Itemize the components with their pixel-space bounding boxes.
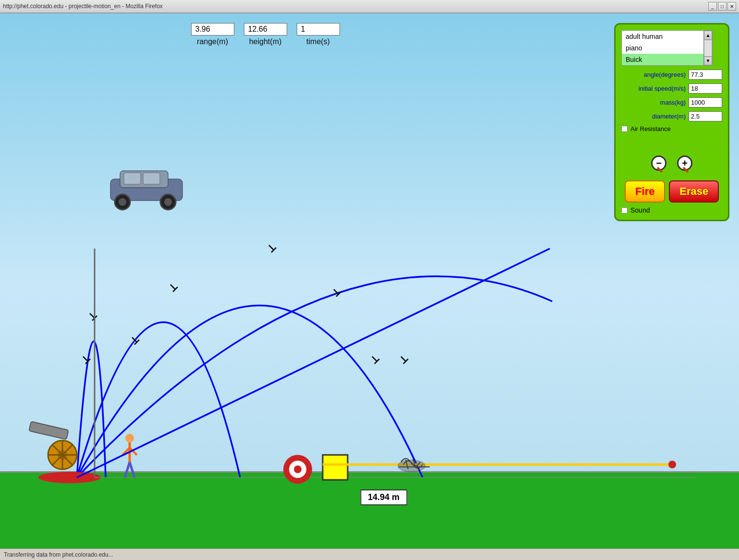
scroll-down-button[interactable]: ▼ (704, 57, 712, 66)
projectile-adult-human[interactable]: adult human (622, 31, 712, 42)
air-resistance-label: Air Resistance (630, 125, 671, 132)
time-input[interactable] (297, 23, 340, 36)
sound-checkbox[interactable] (621, 207, 628, 214)
minimize-button[interactable]: _ (708, 2, 717, 11)
diameter-label: diameter(m) (652, 113, 686, 120)
angle-input[interactable] (689, 70, 722, 80)
height-stat: height(m) (244, 23, 287, 46)
browser-chrome: http://phet.colorado.edu - projectile-mo… (0, 0, 739, 13)
speed-label: initial speed(m/s) (639, 85, 686, 92)
air-resistance-checkbox[interactable] (621, 126, 628, 132)
status-text: Transferring data from phet.colorado.edu… (4, 551, 113, 558)
status-bar: Transferring data from phet.colorado.edu… (0, 548, 739, 560)
zoom-out-icon: − (651, 155, 666, 171)
height-input[interactable] (244, 23, 287, 36)
zoom-in-button[interactable]: + (674, 153, 695, 174)
ground (0, 472, 739, 548)
mass-row: mass(kg) (621, 97, 722, 107)
speed-input[interactable] (689, 83, 722, 94)
mass-label: mass(kg) (660, 99, 686, 106)
projectile-selector: adult human piano Buick ▲ ▼ (621, 30, 713, 66)
height-label: height(m) (249, 37, 282, 46)
range-input[interactable] (191, 23, 234, 36)
browser-title: http://phet.colorado.edu - projectile-mo… (3, 3, 163, 10)
angle-label: angle(degrees) (644, 71, 686, 78)
angle-row: angle(degrees) (621, 70, 722, 80)
diameter-input[interactable] (689, 111, 722, 121)
mass-input[interactable] (689, 97, 722, 107)
air-resistance-row: Air Resistance (621, 125, 722, 132)
distance-label: 14.94 m (360, 489, 407, 505)
erase-button[interactable]: Erase (669, 180, 719, 203)
stats-panel: range(m) height(m) time(s) (191, 23, 340, 46)
sound-row: Sound (621, 206, 722, 214)
control-panel: adult human piano Buick ▲ ▼ angle(degree… (614, 23, 729, 221)
range-label: range(m) (197, 37, 228, 46)
zoom-in-icon: + (677, 155, 692, 171)
selector-scrollbar: ▲ ▼ (703, 31, 712, 65)
sound-label: Sound (630, 206, 650, 214)
projectile-buick[interactable]: Buick (622, 54, 712, 65)
speed-row: initial speed(m/s) (621, 83, 722, 94)
time-stat: time(s) (297, 23, 340, 46)
range-stat: range(m) (191, 23, 234, 46)
maximize-button[interactable]: □ (718, 2, 727, 11)
close-button[interactable]: ✕ (727, 2, 736, 11)
zoom-area: − + (621, 153, 722, 174)
zoom-out-button[interactable]: − (648, 153, 669, 174)
action-buttons: Fire Erase (621, 180, 722, 203)
fire-button[interactable]: Fire (625, 180, 665, 203)
scroll-up-button[interactable]: ▲ (704, 31, 712, 40)
time-label: time(s) (306, 37, 330, 46)
ground-line (0, 471, 739, 473)
projectile-piano[interactable]: piano (622, 42, 712, 54)
simulation-container: range(m) height(m) time(s) adult human p… (0, 13, 739, 548)
diameter-row: diameter(m) (621, 111, 722, 121)
